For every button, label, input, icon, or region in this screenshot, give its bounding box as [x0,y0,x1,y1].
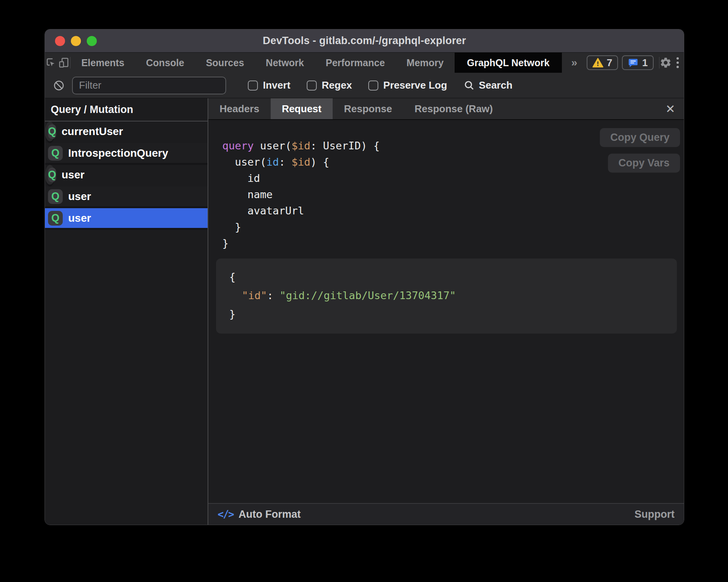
preserve-log-checkbox[interactable]: Preserve Log [368,79,447,91]
tab-performance[interactable]: Performance [315,53,396,73]
window-titlebar: DevTools - gitlab.com/-/graphql-explorer [45,29,684,53]
devtools-content: Query / Mutation QcurrentUserQIntrospect… [45,98,684,525]
close-window-button[interactable] [55,36,65,46]
detail-tabs-bar: HeadersRequestResponseResponse (Raw) ✕ [208,98,684,120]
checkbox-box[interactable] [307,80,317,91]
query-type-badge: Q [48,146,63,161]
tab-console[interactable]: Console [135,53,195,73]
code-token: name [222,188,273,200]
query-type-badge: Q [48,211,63,226]
inspect-element-icon[interactable] [45,53,57,73]
devtools-tabs: ElementsConsoleSourcesNetworkPerformance… [70,53,562,73]
issues-badge[interactable]: 1 [622,55,653,70]
status-badges: 7 1 [587,53,654,73]
more-tabs-button[interactable]: » [562,53,587,73]
warnings-badge[interactable]: 7 [587,55,618,70]
filter-options: InvertRegexPreserve Log [248,79,447,91]
warning-icon [592,58,603,68]
tab-response[interactable]: Response [333,98,403,119]
code-token [229,289,242,301]
checkbox-label: Regex [322,79,352,91]
variables-code-line: { [229,268,664,286]
filter-input[interactable] [72,77,226,94]
code-token: $id [292,156,311,168]
code-token: { [229,271,235,283]
query-list-item[interactable]: Quser [45,165,55,187]
tab-request[interactable]: Request [271,98,333,119]
devtools-tabbar: ElementsConsoleSourcesNetworkPerformance… [45,53,684,73]
minimize-window-button[interactable] [71,36,81,46]
issues-count: 1 [642,57,647,69]
regex-checkbox[interactable]: Regex [307,79,352,91]
window-title: DevTools - gitlab.com/-/graphql-explorer [263,35,466,47]
code-token: avatarUrl [222,205,304,217]
network-filter-bar: InvertRegexPreserve Log Search [45,73,684,98]
code-token: ) { [311,156,330,168]
code-token: user( [254,140,292,152]
auto-format-label: Auto Format [239,508,300,520]
detail-tabs: HeadersRequestResponseResponse (Raw) [208,98,504,119]
query-name-label: user [68,190,91,203]
code-token: } [222,237,228,249]
message-icon [628,58,639,68]
auto-format-button[interactable]: </> Auto Format [218,508,300,520]
query-code-line: name [222,187,684,203]
devtools-window: DevTools - gitlab.com/-/graphql-explorer… [45,29,684,525]
search-icon [464,80,475,91]
code-token: } [229,308,235,320]
code-token: : UserID) { [311,140,380,152]
query-type-badge: Q [48,168,56,182]
tab-memory[interactable]: Memory [396,53,455,73]
query-code-line: id [222,170,684,187]
sidebar-header: Query / Mutation [45,98,208,122]
kebab-menu-icon[interactable] [672,53,684,73]
checkbox-label: Invert [263,79,290,91]
query-list-item[interactable]: Quser [45,187,208,208]
tab-elements[interactable]: Elements [70,53,135,73]
query-type-badge: Q [48,189,63,204]
code-icon: </> [218,508,234,520]
query-name-label: user [68,212,91,224]
search-button[interactable]: Search [464,79,513,91]
device-toolbar-icon[interactable] [57,53,70,73]
code-token: } [222,221,241,233]
query-list-item[interactable]: QIntrospectionQuery [45,143,208,165]
query-code-line: avatarUrl [222,203,684,219]
copy-query-button[interactable]: Copy Query [600,128,680,147]
request-tab-body: query user($id: UserID) { user(id: $id) … [208,120,684,503]
checkbox-box[interactable] [368,80,378,91]
fullscreen-window-button[interactable] [87,36,97,46]
tab-network[interactable]: Network [255,53,315,73]
settings-gear-icon[interactable] [659,53,672,73]
code-token: "id" [242,289,267,301]
variables-code-line: } [229,305,664,324]
code-token: : [279,156,292,168]
support-link[interactable]: Support [635,508,675,520]
request-variables-box: { "id": "gid://gitlab/User/13704317"} [216,258,677,334]
query-code-line: } [222,235,684,252]
code-token: query [222,140,254,152]
request-detail-panel: HeadersRequestResponseResponse (Raw) ✕ q… [208,98,684,525]
tab-headers[interactable]: Headers [208,98,271,119]
query-code-line: } [222,219,684,235]
checkbox-box[interactable] [248,80,258,91]
tab-graphql-network[interactable]: GraphQL Network [455,53,562,73]
copy-vars-button[interactable]: Copy Vars [608,154,680,173]
query-list-item[interactable]: QcurrentUser [45,122,55,143]
clear-icon[interactable] [51,80,67,91]
code-token: : [267,289,280,301]
invert-checkbox[interactable]: Invert [248,79,290,91]
close-icon[interactable]: ✕ [657,98,684,119]
query-list-item[interactable]: Quser [45,208,208,230]
query-name-label: IntrospectionQuery [68,147,168,159]
request-variables-code: { "id": "gid://gitlab/User/13704317"} [229,268,664,324]
query-type-badge: Q [48,124,56,139]
checkbox-label: Preserve Log [383,79,447,91]
query-name-label: user [62,169,84,181]
panel-footer: </> Auto Format Support [208,503,684,525]
code-token: id [222,172,260,184]
tab-response-raw[interactable]: Response (Raw) [403,98,504,119]
code-token: user( [222,156,266,168]
code-token: $id [292,140,311,152]
tab-sources[interactable]: Sources [195,53,255,73]
